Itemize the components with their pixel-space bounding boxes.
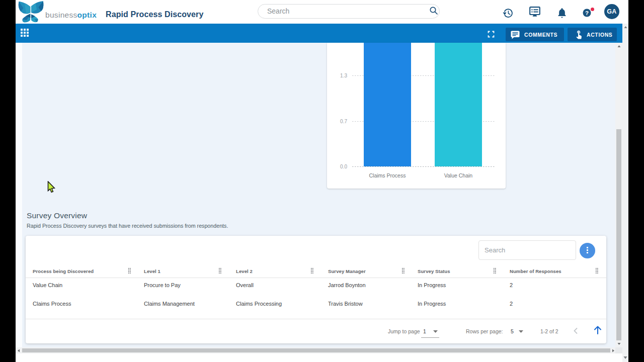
svg-text:?: ? (585, 10, 589, 16)
